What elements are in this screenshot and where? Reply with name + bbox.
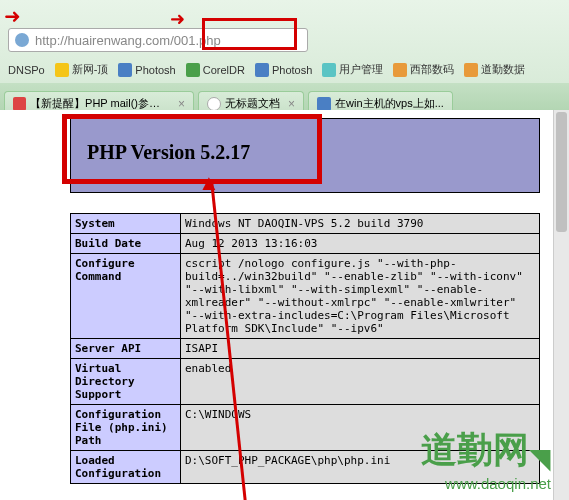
url-text: http://huairenwang.com/001.php bbox=[35, 33, 221, 48]
info-key: Loaded Configuration bbox=[71, 451, 181, 484]
bookmark-item[interactable]: CorelDR bbox=[182, 61, 249, 79]
browser-chrome: ➜ ➜ http://huairenwang.com/001.php DNSPo… bbox=[0, 0, 569, 110]
bookmark-icon bbox=[464, 63, 478, 77]
bookmark-icon bbox=[55, 63, 69, 77]
globe-icon bbox=[15, 33, 29, 47]
bookmark-icon bbox=[186, 63, 200, 77]
info-key: Configuration File (php.ini) Path bbox=[71, 405, 181, 451]
info-value: Windows NT DAOQIN-VPS 5.2 build 3790 bbox=[181, 214, 540, 234]
table-row: Configure Commandcscript /nologo configu… bbox=[71, 254, 540, 339]
bookmark-item[interactable]: 用户管理 bbox=[318, 60, 387, 79]
tab-favicon-icon bbox=[317, 97, 331, 111]
bookmark-bar: DNSPo 新网-顶 Photosh CorelDR Photosh 用户管理 … bbox=[0, 56, 569, 83]
tab-favicon-icon bbox=[13, 97, 26, 111]
annotation-box bbox=[202, 18, 297, 50]
tab-title: 无标题文档 bbox=[225, 96, 280, 111]
info-key: Configure Command bbox=[71, 254, 181, 339]
scroll-thumb[interactable] bbox=[556, 112, 567, 232]
table-row: SystemWindows NT DAOQIN-VPS 5.2 build 37… bbox=[71, 214, 540, 234]
info-key: Virtual Directory Support bbox=[71, 359, 181, 405]
info-key: System bbox=[71, 214, 181, 234]
watermark: 道勤网◥ www.daoqin.net bbox=[421, 426, 551, 492]
bookmark-icon bbox=[255, 63, 269, 77]
watermark-text: 道勤网 bbox=[421, 429, 529, 470]
bookmark-item[interactable]: Photosh bbox=[251, 61, 316, 79]
info-value: Aug 12 2013 13:16:03 bbox=[181, 234, 540, 254]
table-row: Build DateAug 12 2013 13:16:03 bbox=[71, 234, 540, 254]
vertical-scrollbar[interactable] bbox=[553, 110, 569, 500]
annotation-box bbox=[62, 114, 322, 184]
bookmark-item[interactable]: DNSPo bbox=[4, 62, 49, 78]
bookmark-icon bbox=[322, 63, 336, 77]
watermark-url: www.daoqin.net bbox=[421, 475, 551, 492]
close-icon[interactable]: × bbox=[288, 97, 295, 111]
table-row: Server APIISAPI bbox=[71, 339, 540, 359]
bookmark-icon bbox=[393, 63, 407, 77]
bookmark-item[interactable]: Photosh bbox=[114, 61, 179, 79]
close-icon[interactable]: × bbox=[178, 97, 185, 111]
tab-title: 【新提醒】PHP mail()参数设... bbox=[30, 96, 170, 111]
info-value: cscript /nologo configure.js "--with-php… bbox=[181, 254, 540, 339]
table-row: Virtual Directory Supportenabled bbox=[71, 359, 540, 405]
bookmark-item[interactable]: 道勤数据 bbox=[460, 60, 529, 79]
bookmark-icon bbox=[118, 63, 132, 77]
watermark-logo-icon: ◥ bbox=[529, 442, 551, 475]
bookmark-item[interactable]: 西部数码 bbox=[389, 60, 458, 79]
info-key: Server API bbox=[71, 339, 181, 359]
annotation-arrow-head: ▲ bbox=[198, 170, 220, 196]
address-bar-area: http://huairenwang.com/001.php bbox=[0, 0, 569, 56]
tab-title: 在win主机的vps上如... bbox=[335, 96, 444, 111]
phpinfo-header-area: PHP Version 5.2.17 ▲ bbox=[70, 118, 569, 193]
info-key: Build Date bbox=[71, 234, 181, 254]
tab-favicon-icon bbox=[207, 97, 221, 111]
bookmark-item[interactable]: 新网-顶 bbox=[51, 60, 113, 79]
info-value: ISAPI bbox=[181, 339, 540, 359]
